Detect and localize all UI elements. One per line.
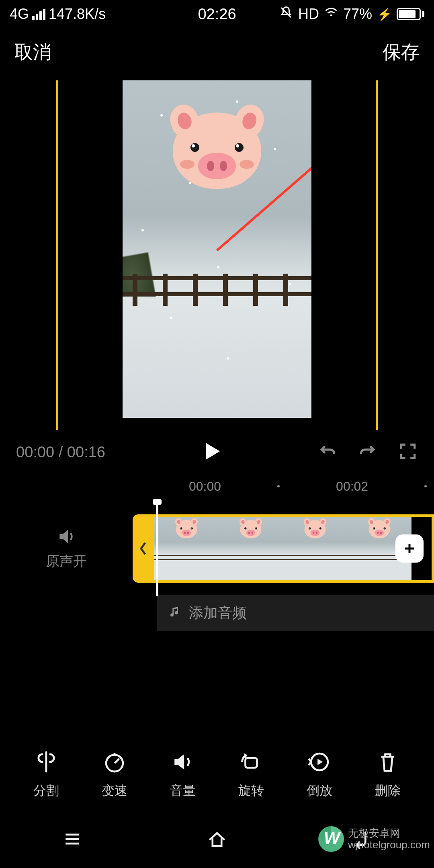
clock: 02:26 [198, 6, 236, 23]
editor-top-nav: 取消 保存 [0, 28, 434, 76]
network-speed: 147.8K/s [49, 6, 106, 23]
ruler-tick: 00:02 [336, 479, 368, 494]
clip-thumbnail[interactable] [283, 517, 347, 580]
add-audio-label: 添加音频 [189, 603, 247, 623]
save-button[interactable]: 保存 [383, 40, 420, 65]
add-clip-button[interactable] [395, 534, 424, 563]
nav-home-icon[interactable] [206, 828, 228, 852]
watermark-logo [318, 826, 344, 852]
tool-delete[interactable]: 删除 [375, 749, 401, 800]
fullscreen-button[interactable] [398, 441, 418, 463]
redo-button[interactable] [358, 441, 378, 463]
watermark: 无极安卓网 wjhotelgroup.com [318, 826, 430, 852]
hd-label: HD [298, 6, 319, 23]
time-current: 00:00 [16, 444, 54, 461]
time-total: 00:16 [67, 444, 105, 461]
add-audio-row[interactable]: 添加音频 [157, 595, 434, 631]
wifi-icon [324, 5, 338, 23]
battery-icon [397, 8, 424, 20]
original-sound-toggle[interactable]: 原声开 [0, 526, 133, 571]
music-icon [169, 606, 182, 619]
clip-handle-left[interactable] [133, 514, 154, 583]
edit-toolbar: 分割 变速 音量 旋转 倒放 删除 [0, 749, 434, 800]
clip-track[interactable]: 16.9s [154, 514, 434, 583]
ruler-tick: 00:00 [189, 479, 221, 494]
tool-split[interactable]: 分割 [33, 749, 59, 800]
clip-thumbnail[interactable] [219, 517, 283, 580]
play-button[interactable] [200, 440, 223, 464]
watermark-title: 无极安卓网 [348, 827, 430, 839]
time-display: 00:00 / 00:16 [16, 444, 105, 461]
pig-sticker[interactable] [173, 113, 261, 189]
dnd-icon [279, 5, 293, 23]
cancel-button[interactable]: 取消 [14, 40, 51, 65]
tool-rotate[interactable]: 旋转 [238, 749, 264, 800]
playback-bar: 00:00 / 00:16 [0, 430, 434, 474]
tool-reverse[interactable]: 倒放 [307, 749, 332, 800]
original-sound-label: 原声开 [46, 552, 87, 571]
battery-percent: 77% [343, 6, 372, 23]
nav-recent-icon[interactable] [61, 828, 84, 852]
signal-icon [32, 8, 45, 20]
crop-guide-right[interactable] [376, 80, 378, 430]
timeline-ruler[interactable]: 00:00 00:02 [0, 474, 434, 498]
video-preview[interactable] [123, 80, 311, 418]
playhead[interactable] [156, 501, 158, 596]
clip-thumbnail[interactable] [154, 517, 219, 580]
status-bar: 4G 147.8K/s 02:26 HD 77% ⚡ [0, 0, 434, 28]
undo-button[interactable] [317, 441, 338, 463]
network-type: 4G [10, 6, 29, 23]
charging-icon: ⚡ [377, 7, 392, 21]
watermark-url: wjhotelgroup.com [348, 839, 430, 851]
svg-rect-7 [246, 758, 257, 768]
preview-area [0, 80, 434, 430]
tool-volume[interactable]: 音量 [170, 749, 196, 800]
timeline[interactable]: 原声开 16.9s [0, 510, 434, 587]
crop-guide-left[interactable] [56, 80, 58, 430]
tool-speed[interactable]: 变速 [102, 749, 127, 800]
